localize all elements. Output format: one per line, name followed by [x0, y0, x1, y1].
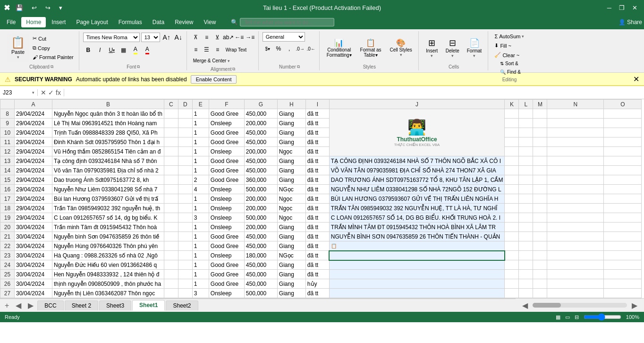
currency-btn[interactable]: $▾ — [263, 43, 273, 54]
text-angle-btn[interactable]: ab↗ — [223, 32, 234, 43]
cell-N21[interactable] — [547, 232, 604, 241]
cell-B9[interactable]: Lê Thị Mai 0963914521 thôn Hoàng nam — [52, 119, 164, 128]
cell-K22[interactable] — [505, 241, 519, 251]
cell-L8[interactable] — [519, 109, 533, 119]
cell-O13[interactable] — [604, 156, 642, 166]
cell-I8[interactable]: đã tt — [305, 109, 329, 119]
cell-A12[interactable]: 29/04/2024 — [15, 147, 52, 156]
font-shrink-btn[interactable]: A↓ — [173, 32, 184, 43]
cell-N22[interactable] — [547, 241, 604, 251]
cell-M25[interactable] — [533, 270, 547, 279]
indent-decrease-btn[interactable]: ←≡ — [234, 32, 245, 43]
clipboard-expand-icon[interactable]: ⧉ — [51, 64, 53, 69]
cell-G26[interactable]: 450,000 — [244, 279, 277, 289]
cell-B12[interactable]: Vũ Hồng thắm 0852865154 Tiên cảm an đ — [52, 147, 164, 156]
cell-C19[interactable] — [164, 213, 178, 223]
cell-C8[interactable] — [164, 109, 178, 119]
cell-L16[interactable] — [519, 185, 533, 194]
cell-A21[interactable]: 30/04/2024 — [15, 232, 52, 241]
cell-K12[interactable] — [505, 147, 519, 156]
increase-decimal-btn[interactable]: .0→ — [295, 43, 305, 54]
col-header-N[interactable]: N — [547, 100, 604, 109]
cell-D22[interactable] — [178, 241, 192, 251]
cell-K26[interactable] — [505, 279, 519, 289]
font-color-button[interactable]: A — [142, 45, 153, 55]
cell-G14[interactable]: 450,000 — [244, 166, 277, 175]
cell-E23[interactable]: 1 — [192, 251, 209, 260]
cell-G11[interactable]: 450,000 — [244, 137, 277, 147]
col-header-I[interactable]: I — [305, 100, 329, 109]
formula-input[interactable] — [64, 89, 644, 96]
cell-N27[interactable] — [547, 289, 604, 298]
horizontal-scrollbar[interactable] — [533, 303, 627, 308]
cell-N16[interactable] — [547, 185, 604, 194]
cell-N17[interactable] — [547, 194, 604, 204]
cell-H25[interactable]: Giang — [277, 270, 305, 279]
cell-O19[interactable] — [604, 213, 642, 223]
cell-A19[interactable]: 29/04/2024 — [15, 213, 52, 223]
cell-F17[interactable]: Onsleep — [209, 194, 244, 204]
view-page-break-btn[interactable]: ⊟ — [575, 314, 579, 320]
cell-C18[interactable] — [164, 204, 178, 213]
cell-J16[interactable]: NGUYỄN NHƯ LIÊM 0338041298 SỐ NHÀ 72NGÕ … — [329, 185, 505, 194]
cell-J21[interactable]: NGUYỄN BÌNH SƠN 0947635859 26 THÔN TIẾN … — [329, 232, 505, 241]
cell-G8[interactable]: 450,000 — [244, 109, 277, 119]
cell-H21[interactable]: Giang — [277, 232, 305, 241]
cell-D10[interactable] — [178, 128, 192, 137]
add-sheet-btn[interactable]: + — [2, 301, 12, 310]
font-name-select[interactable]: Times New Roma — [83, 33, 140, 42]
cell-L13[interactable] — [519, 156, 533, 166]
cell-O10[interactable] — [604, 128, 642, 137]
cell-G13[interactable]: 450,000 — [244, 156, 277, 166]
sheet-area[interactable]: A B C D E F G H I J K L M N O 829/04/2 — [0, 99, 644, 298]
font-grow-btn[interactable]: A↑ — [161, 32, 172, 43]
align-right-btn[interactable]: ≡ — [212, 44, 223, 55]
cell-O8[interactable] — [604, 109, 642, 119]
cell-D12[interactable] — [178, 147, 192, 156]
cell-O12[interactable] — [604, 147, 642, 156]
cell-C24[interactable] — [164, 260, 178, 270]
cell-A10[interactable]: 29/04/2024 — [15, 128, 52, 137]
indent-increase-btn[interactable]: →≡ — [245, 32, 255, 43]
scroll-left-btn[interactable]: ◀ — [519, 301, 531, 310]
cell-B17[interactable]: Bùi lan Hương 0379593607 Gửi về thị trấ — [52, 194, 164, 204]
cell-A27[interactable]: 30/04/2024 — [15, 289, 52, 298]
tab-Sheet2[interactable]: Sheet 2 — [65, 300, 98, 310]
cell-G18[interactable]: 200,000 — [244, 204, 277, 213]
cell-H8[interactable]: Giang — [277, 109, 305, 119]
cell-O24[interactable] — [604, 260, 642, 270]
cell-D11[interactable] — [178, 137, 192, 147]
cell-N15[interactable] — [547, 175, 604, 185]
col-header-D[interactable]: D — [178, 100, 192, 109]
cell-E12[interactable]: 1 — [192, 147, 209, 156]
cell-B25[interactable]: Hen Nguyễn 0948333932 , 124 thiên hộ đ — [52, 270, 164, 279]
cell-L25[interactable] — [519, 270, 533, 279]
decrease-decimal-btn[interactable]: .0← — [306, 43, 316, 54]
cell-styles-btn[interactable]: 🎨 Cell Styles ▾ — [387, 36, 415, 59]
cell-O17[interactable] — [604, 194, 642, 204]
cell-L10[interactable] — [519, 128, 533, 137]
cell-M10[interactable] — [533, 128, 547, 137]
cell-M8[interactable] — [533, 109, 547, 119]
cell-I25[interactable]: đã tt — [305, 270, 329, 279]
cell-I27[interactable]: đã tt — [305, 289, 329, 298]
cell-K14[interactable] — [505, 166, 519, 175]
cell-H26[interactable]: Giang — [277, 279, 305, 289]
number-expand-icon[interactable]: ⧉ — [297, 64, 300, 69]
cell-H12[interactable]: Ngọc — [277, 147, 305, 156]
format-as-table-btn[interactable]: 📋 Format as Table▾ — [357, 36, 385, 60]
menu-data[interactable]: Data — [148, 17, 169, 27]
cell-M20[interactable] — [533, 223, 547, 232]
cell-C14[interactable] — [164, 166, 178, 175]
cell-C10[interactable] — [164, 128, 178, 137]
cell-B10[interactable]: Trịnh Tuấn 0988848339 288 QI50, Xã Ph — [52, 128, 164, 137]
restore-btn[interactable]: ❐ — [616, 3, 627, 12]
cell-H20[interactable]: Giang — [277, 223, 305, 232]
cell-F12[interactable]: Onsleep — [209, 147, 244, 156]
cell-A22[interactable]: 30/04/2024 — [15, 241, 52, 251]
cell-E26[interactable]: 1 — [192, 279, 209, 289]
cell-N20[interactable] — [547, 223, 604, 232]
cell-O16[interactable] — [604, 185, 642, 194]
view-normal-btn[interactable]: ▦ — [556, 314, 560, 320]
cell-I10[interactable]: đã tt — [305, 128, 329, 137]
